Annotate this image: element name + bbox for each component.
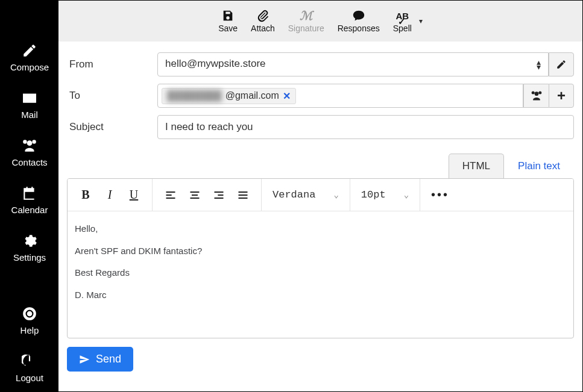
to-input[interactable]: ████████@gmail.com ✕ [157,84,523,108]
save-icon [221,9,235,22]
nav-label: Logout [16,373,43,383]
from-value: hello@mywpsite.store [165,58,266,69]
responses-button[interactable]: Responses [338,9,380,33]
nav-label: Contacts [11,157,47,167]
logout-icon [22,353,37,369]
edit-identities-button[interactable] [549,52,574,76]
align-right-button[interactable] [207,183,231,207]
format-toolbar: B I U Verdana ⌄ 10pt ⌄ ••• [68,179,573,211]
font-size-select[interactable]: 10pt ⌄ [350,179,420,211]
body-line: Aren't SPF and DKIM fantastic? [75,244,566,258]
send-label: Send [96,353,121,366]
to-row: To ████████@gmail.com ✕ + [67,84,574,108]
font-family-select[interactable]: Verdana ⌄ [262,179,350,211]
body-line: Hello, [75,222,566,236]
main: Save Attach ℳ Signature Responses AB✓ Sp… [58,1,582,391]
font-family-value: Verdana [273,189,315,201]
attach-button[interactable]: Attach [251,9,275,33]
tool-label: Save [218,23,238,33]
responses-icon [352,9,365,22]
nav-label: Help [20,325,39,335]
more-format-button[interactable]: ••• [420,188,460,202]
recipient-hidden-part: ████████ [167,90,222,101]
nav-label: Compose [10,62,49,72]
contacts-icon [22,138,37,154]
from-select[interactable]: hello@mywpsite.store ▴▾ [157,52,549,76]
nav-help[interactable]: Help [20,306,39,335]
from-row: From hello@mywpsite.store ▴▾ [67,52,574,76]
italic-button[interactable]: I [98,183,122,207]
pencil-icon [556,59,567,70]
body-line: Best Regards [75,266,566,280]
send-button[interactable]: Send [67,347,133,372]
from-label: From [67,58,157,70]
add-recipient-button[interactable]: + [549,84,574,108]
align-justify-button[interactable] [231,183,255,207]
nav-settings[interactable]: Settings [13,233,46,263]
chevron-down-icon: ⌄ [404,190,409,200]
save-button[interactable]: Save [218,9,238,33]
to-label: To [67,90,157,102]
send-icon [79,354,90,365]
recipient-domain: @gmail.com [225,90,279,101]
tab-plain-text[interactable]: Plain text [504,154,574,178]
plus-icon: + [557,87,566,104]
mail-icon [22,90,37,106]
chevron-down-icon: ⌄ [333,190,338,200]
compose-toolbar: Save Attach ℳ Signature Responses AB✓ Sp… [58,1,582,42]
body-line: D. Marc [75,288,566,302]
align-center-button[interactable] [183,183,207,207]
subject-row: Subject [67,115,574,139]
tool-label: Responses [338,23,380,33]
nav-compose[interactable]: Compose [10,43,49,72]
bold-button[interactable]: B [74,183,98,207]
spell-button[interactable]: AB✓ Spell [393,9,412,33]
signature-icon: ℳ [300,9,313,22]
align-left-button[interactable] [159,183,183,207]
nav-contacts[interactable]: Contacts [11,138,47,167]
subject-label: Subject [67,121,157,133]
tab-html[interactable]: HTML [449,154,504,178]
underline-button[interactable]: U [122,183,146,207]
compose-fields: From hello@mywpsite.store ▴▾ To ████████… [58,42,582,149]
sidebar: Compose Mail Contacts Calendar Settings … [1,1,58,391]
nav-calendar[interactable]: Calendar [11,185,48,215]
message-body[interactable]: Hello, Aren't SPF and DKIM fantastic? Be… [68,211,573,338]
remove-recipient-icon[interactable]: ✕ [283,90,291,102]
font-size-value: 10pt [361,189,386,201]
signature-button: ℳ Signature [288,9,324,33]
nav-label: Calendar [11,205,48,215]
calendar-icon [22,185,37,201]
editor: B I U Verdana ⌄ 10pt ⌄ ••• Hello, Aren' [67,178,574,338]
tool-label: Attach [251,23,275,33]
add-contact-button[interactable] [523,84,549,108]
nav-label: Settings [13,252,46,263]
contacts-icon [531,90,543,102]
compose-icon [22,43,37,58]
tool-label: Signature [288,23,324,33]
nav-logout[interactable]: Logout [16,353,43,383]
spell-icon: AB✓ [395,9,409,22]
help-icon [22,306,37,322]
nav-label: Mail [21,110,38,120]
select-caret-icon: ▴▾ [537,60,541,70]
settings-icon [22,233,37,249]
nav-mail[interactable]: Mail [21,90,38,120]
spell-dropdown-caret[interactable]: ▾ [419,17,423,25]
recipient-chip[interactable]: ████████@gmail.com ✕ [162,88,296,104]
send-row: Send [58,338,582,380]
attach-icon [256,9,269,22]
subject-input[interactable] [157,115,574,139]
editor-mode-tabs: HTML Plain text [58,149,582,178]
